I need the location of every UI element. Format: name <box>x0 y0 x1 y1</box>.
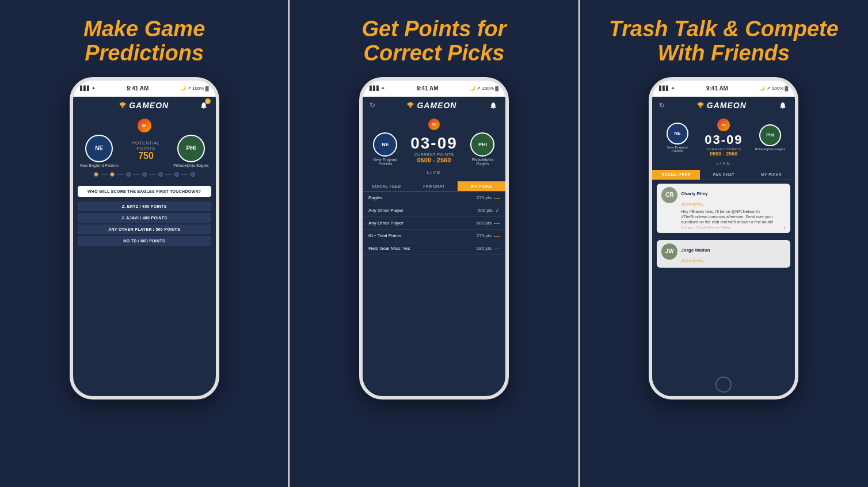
potential-label-1: POTENTIAL POINTS <box>122 140 170 151</box>
signal-icon-3: ▋▋▋ ✦ <box>659 86 675 91</box>
team-badge-ne-2: NE <box>373 132 397 157</box>
app-logo-1: GAMEON <box>119 101 169 110</box>
app-header-2: ↻ GAMEON <box>363 97 505 114</box>
cp-value-3: 0500 - 2560 <box>693 151 754 157</box>
connector-1 <box>101 174 108 175</box>
pick-status-3: — <box>494 220 500 226</box>
live-badge-2: LIVE <box>427 170 441 175</box>
pick-status-1: — <box>494 195 500 201</box>
pick-name-3: Any Other Player <box>368 220 403 226</box>
time-display-2: 9:41 AM <box>417 85 439 92</box>
pick-status-2: ✓ <box>495 207 500 214</box>
tab-social-feed-2[interactable]: SOCIAL FEED <box>363 181 410 191</box>
dot-2 <box>110 172 115 177</box>
phone-1: ▋▋▋ ✦ 9:41 AM 🌙 ↗ 100% ▓ GAMEON 2 <box>70 77 219 400</box>
question-card-1: WHO WILL SCORE THE EAGLES FIRST TOUCHDOW… <box>78 186 211 197</box>
picks-list-2: Eagles 270 pts — Any Other Player 500 pt… <box>363 192 505 396</box>
panel-2-title: Get Points forCorrect Picks <box>361 17 506 66</box>
pick-name-5: Field Goal Miss: Yes <box>368 246 410 251</box>
connector-5 <box>165 174 172 175</box>
phi-name-2: PhiladelphiaEagles <box>471 158 493 166</box>
username-2: Jorge Walton <box>681 248 710 253</box>
dot-4 <box>142 172 147 177</box>
trophy-icon-2 <box>406 101 414 109</box>
pick-row-5: Field Goal Miss: Yes 180 pts — <box>363 242 505 255</box>
chat-message-1: CR Charly Riley @charlyriley Hey #Braves… <box>657 184 790 233</box>
panel-3-title: Trash Talk & CompeteWith Friends <box>609 17 839 66</box>
answer-2[interactable]: J. AJAVI / 400 POINTS <box>78 213 211 223</box>
team-badge-ne-1: NE <box>85 135 113 162</box>
p3-phi-info: PHI Philadelphia Eagles <box>754 124 786 151</box>
bk-text-2: BK <box>432 123 436 126</box>
signal-icon-2: ▋▋▋ ✦ <box>370 86 385 91</box>
current-points-label-2: CURRENT POINTS <box>414 153 454 157</box>
bk-text: BK <box>142 124 146 127</box>
p3-ne-info: NE New England Patriots <box>661 123 693 153</box>
logo-text-3: GAMEON <box>707 101 747 110</box>
notification-badge-2[interactable] <box>488 100 498 111</box>
game-card-2: BK NE New EnglandPatriots 03-09 CURRENT … <box>363 114 505 181</box>
screen-1: GAMEON 2 BK NE <box>73 97 216 396</box>
handle-2: @charlyriley <box>681 258 703 262</box>
question-text-1: WHO WILL SCORE THE EAGLES FIRST TOUCHDOW… <box>82 189 207 193</box>
notification-badge-1[interactable]: 2 <box>199 100 209 111</box>
msg-time-1: 11h ago · Charly Riley on Twitter <box>681 226 731 230</box>
p3-ne-badge: NE <box>667 123 688 144</box>
pick-pts-5: 180 pts — <box>477 245 500 252</box>
refresh-icon-2[interactable]: ↻ <box>370 101 375 109</box>
time-display-1: 9:41 AM <box>127 85 149 92</box>
phone-3: ▋▋▋ ✦ 9:41 AM 🌙 ↗ 100% ▓ ↻ GAMEON <box>649 77 798 400</box>
tab-fan-chat-2[interactable]: FAN CHAT <box>410 181 458 191</box>
status-bar-2: ▋▋▋ ✦ 9:41 AM 🌙 ↗ 100% ▓ <box>363 81 505 97</box>
avatar-2: JW <box>661 244 677 260</box>
home-button-3[interactable] <box>715 376 732 393</box>
message-content-2: Jorge Walton @charlyriley <box>681 244 786 264</box>
tabs-3: SOCIAL FEED FAN CHAT MY PICKS <box>652 170 795 180</box>
notification-badge-3[interactable] <box>778 100 788 111</box>
panel-predictions: Make GamePredictions ▋▋▋ ✦ 9:41 AM 🌙 ↗ 1… <box>0 0 288 487</box>
dot-3 <box>126 172 131 177</box>
answer-4[interactable]: NO TD / 600 POINTS <box>78 236 211 246</box>
p3-phi-badge: PHI <box>759 124 781 146</box>
refresh-icon-3[interactable]: ↻ <box>659 101 665 109</box>
pick-pts-4: 270 pts — <box>477 233 500 239</box>
p3-phi-name: Philadelphia Eagles <box>755 147 785 151</box>
tab-my-picks-2[interactable]: MY PICKS <box>458 181 505 191</box>
tab-fan-chat-3[interactable]: FAN CHAT <box>700 170 748 180</box>
chat-message-2: JW Jorge Walton @charlyriley <box>657 240 790 268</box>
panel-social: Trash Talk & CompeteWith Friends ▋▋▋ ✦ 9… <box>580 0 868 487</box>
connector-4 <box>149 174 156 175</box>
app-logo-3: GAMEON <box>696 101 747 110</box>
p3-teams-row: NE New England Patriots BK 03-09 CURRENT… <box>657 119 790 157</box>
app-logo-2: GAMEON <box>406 101 456 110</box>
current-points-value-2: 0500 - 2560 <box>417 157 451 163</box>
tab-my-picks-3[interactable]: MY PICKS <box>748 170 795 180</box>
signal-icon: ▋▋▋ ✦ <box>80 86 96 91</box>
pick-row-1: Eagles 270 pts — <box>363 192 505 204</box>
panel-points: Get Points forCorrect Picks ▋▋▋ ✦ 9:41 A… <box>288 0 579 487</box>
logo-text-1: GAMEON <box>129 101 169 110</box>
bell-icon-2 <box>489 101 497 109</box>
social-feed-3: CR Charly Riley @charlyriley Hey #Braves… <box>652 180 795 373</box>
pick-pts-2: 500 pts ✓ <box>478 207 500 214</box>
answer-1[interactable]: Z. ERTZ / 400 POINTS <box>78 201 211 211</box>
phi-name-1: Philadelphia Eagles <box>173 163 209 168</box>
ne-name-2: New EnglandPatriots <box>374 158 398 166</box>
tab-social-3[interactable]: SOCIAL FEED <box>652 170 700 180</box>
dot-1 <box>94 172 98 177</box>
msg-meta-1: 11h ago · Charly Riley on Twitter ⬆ <box>681 226 786 230</box>
score-middle-2: 03-09 CURRENT POINTS 0500 - 2560 <box>410 134 458 163</box>
connector-2 <box>117 174 124 175</box>
time-display-3: 9:41 AM <box>706 85 728 92</box>
share-icon-1[interactable]: ⬆ <box>783 226 786 230</box>
progress-dots-1 <box>94 172 195 177</box>
team-badge-phi-2: PHI <box>470 132 494 157</box>
pick-name-2: Any Other Player <box>368 208 403 213</box>
connector-3 <box>133 174 140 175</box>
username-1: Charly Riley <box>681 191 707 196</box>
pick-status-5: — <box>494 245 500 252</box>
panel-1-title: Make GamePredictions <box>83 17 205 66</box>
answer-3[interactable]: ANY OTHER PLAYER / 500 POINTS <box>78 225 211 234</box>
p3-score-mid: BK 03-09 CURRENT POINTS 0500 - 2560 <box>693 119 754 157</box>
trophy-icon-3 <box>696 101 705 109</box>
